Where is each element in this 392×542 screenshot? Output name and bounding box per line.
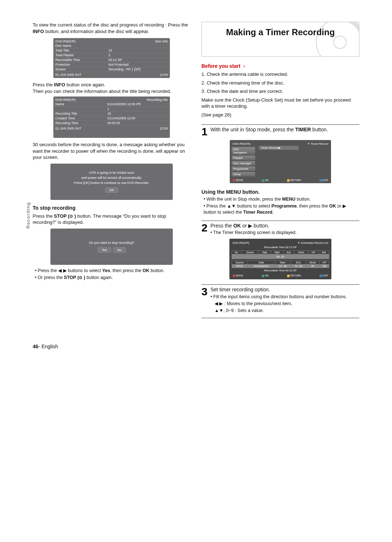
hcell: End (290, 261, 306, 264)
hcell: V/P (308, 251, 318, 254)
txt: Press the ◀ ▶ buttons to select (38, 268, 102, 273)
disc-icon (314, 22, 359, 57)
cell: Recordable Time (53, 58, 106, 62)
osd-header-r: Recording Info (105, 98, 170, 102)
check-1: 1. Check the antenna cable is connected. (201, 71, 359, 78)
intro-text: To view the current status of the disc a… (33, 22, 191, 34)
hcell: V/P (319, 261, 329, 264)
osd-footer-l: 01 JAN 2005 SAT (53, 126, 105, 131)
page-footer: 46- English (33, 344, 359, 349)
osd-header-r: Disc Info (106, 39, 170, 44)
step-1: 1 With the unit in Stop mode, press the … (201, 124, 359, 137)
svg-point-0 (316, 22, 359, 57)
foot-return: RETURN (287, 179, 301, 182)
hcell: No. (232, 251, 242, 254)
right-column: Making a Timer Recording Before you star… (201, 22, 359, 322)
txt: Set timer recording option. (211, 287, 270, 292)
osd-footer-r: 12:00 (105, 126, 170, 131)
before-you-start-header: Before you start (201, 63, 359, 69)
cell: 00:02:05 (105, 121, 170, 126)
txt: button once again. (65, 82, 106, 87)
left-column: To view the current status of the disc a… (33, 22, 191, 322)
check-4: Make sure the Clock (Setup-Clock Set) mu… (201, 97, 359, 110)
hcell: Source (242, 251, 259, 254)
txt: Press the (211, 223, 233, 229)
ok-button: OK (105, 188, 118, 193)
txt-bold: Programme (271, 204, 297, 209)
cell: Screen (53, 67, 106, 72)
foot-ok: OK (262, 274, 269, 277)
svg-point-1 (334, 36, 346, 49)
stop-icon (79, 275, 82, 280)
osd-header-r: Timer Record (311, 142, 328, 145)
cell: Total Playlist (53, 53, 106, 58)
hcell: Mode (294, 251, 308, 254)
osd-footer-l: 01 JAN 2005 SAT (53, 72, 106, 77)
txt-bold: STOP ( (64, 275, 79, 280)
stop-icon (69, 213, 73, 219)
foot-move: MOVE (233, 274, 244, 277)
txt: button. (150, 268, 165, 273)
cell: Recording : PR 1 [SP] (106, 67, 170, 72)
hcell: End (283, 251, 294, 254)
osd-header-l: DVD-RW(VR) (233, 142, 250, 145)
cell: Recording Time (53, 121, 105, 126)
check-2: 2. Check the remaining time of the disc. (201, 80, 359, 86)
foot-move: MOVE (233, 179, 244, 182)
osd-header-l: DVD-RW(VR) (233, 241, 249, 245)
yes-button: Yes (98, 247, 111, 252)
cell: Off (319, 264, 329, 268)
cell: 01/JAN/2005 12:00 (105, 116, 170, 121)
menu-item: Setup (232, 172, 255, 177)
step-2: 2 Press the OK or ▶ button. • The Timer … (201, 221, 359, 236)
bullet-yes: Press the ◀ ▶ buttons to select Yes, the… (35, 268, 191, 274)
osd-recording-info: DVD-RW(VR)Recording Info Name01/JAN/2005… (53, 97, 170, 138)
hcell: Mode (306, 261, 319, 264)
osd-scheduled-list: DVD-RW(VR)✦ Scheduled Record List Record… (229, 239, 332, 279)
menu-item: Disc Navigation (232, 147, 255, 155)
foot-return: RETURN (287, 274, 301, 277)
txt: Fill the input items using the direction… (213, 294, 347, 299)
txt: and power will be turned off automatical… (53, 176, 170, 180)
txt-bold: MENU (282, 197, 295, 202)
press-info-again: Press the INFO button once again. Then y… (33, 82, 191, 94)
txt: or ▶ button. (241, 223, 269, 229)
txt: Press the ▲▼ buttons to select (207, 204, 271, 209)
selected-value: Timer Record ▶ (259, 146, 299, 150)
osd-stop-confirm: Do you want to stop recording? Yes No (50, 229, 173, 265)
cell: Recording Title (53, 111, 105, 116)
txt: , then press the (110, 268, 143, 273)
highlight-row: No. 01 (232, 254, 330, 259)
menu-item: Disc manager (232, 161, 255, 166)
cell: Protection (53, 62, 106, 67)
txt-bold: OK (233, 223, 241, 229)
step-number: 2 (201, 222, 208, 236)
txt: button, and information about the disc w… (44, 29, 149, 34)
txt: button again. (85, 275, 113, 280)
cell: 01/JAN/2005 12:00 PR (105, 102, 170, 107)
osd-header-l: DVD-RW(VR) (53, 39, 106, 44)
osd-header-r: Scheduled Record List (301, 241, 328, 245)
cell: 15 (105, 111, 170, 116)
cell: 12 : 00 (275, 264, 290, 268)
title-box: Making a Timer Recording (201, 22, 359, 57)
cell: 1 (105, 107, 170, 111)
osd-disc-info: DVD-RW(VR)Disc Info Disc Name Total Titl… (53, 38, 170, 78)
txt-bold: INFO (54, 82, 65, 87)
txt: button. (311, 127, 328, 132)
txt: The Timer Recording screen is displayed. (213, 230, 297, 235)
step-number: 3 (201, 286, 208, 300)
hcell: Start (271, 251, 283, 254)
txt: Then you can check the information about… (33, 89, 171, 94)
cell: Not Protected (106, 62, 170, 67)
cell: Total Title (53, 48, 106, 53)
txt: Press [OK] button to continue to use DVD… (53, 181, 170, 185)
txt: . (272, 210, 273, 215)
no-button: No (113, 247, 126, 252)
txt: OTR is going to be ended soon (53, 171, 170, 174)
cell (106, 44, 170, 48)
cell: 2 (106, 53, 170, 58)
txt: To view the current status of the disc a… (33, 22, 188, 28)
txt-bold: ) (82, 275, 85, 280)
thirty-sec-text: 30 seconds before the recording is done,… (33, 141, 191, 161)
